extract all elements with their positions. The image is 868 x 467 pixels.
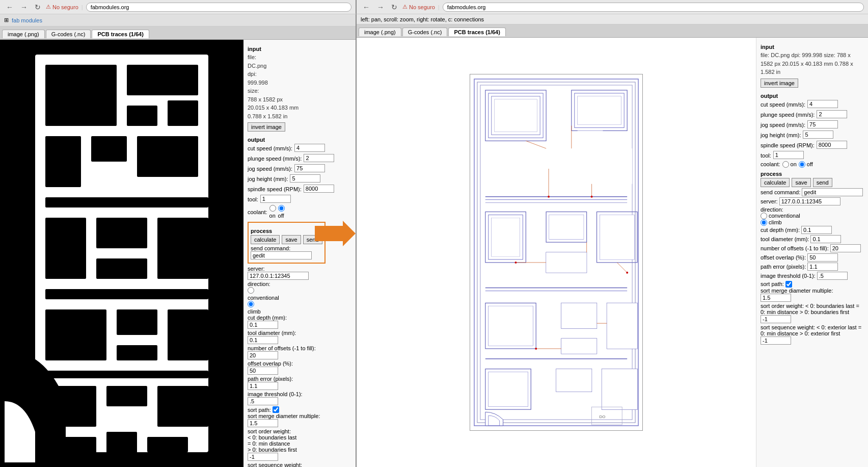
- right-save-button[interactable]: save: [792, 178, 810, 187]
- climb-radio[interactable]: [248, 301, 254, 307]
- reload-button-right[interactable]: ↻: [389, 2, 399, 12]
- right-image-threshold-input[interactable]: [817, 272, 848, 280]
- back-button-right[interactable]: ←: [361, 2, 372, 12]
- plunge-speed-row: plunge speed (mm/s):: [248, 154, 351, 163]
- right-sort-order-input[interactable]: [761, 315, 791, 323]
- tab-image-png-left[interactable]: image (.png): [2, 30, 45, 38]
- right-climb-radio[interactable]: [761, 219, 767, 226]
- right-offset-overlap-label: offset overlap (%):: [761, 254, 806, 261]
- right-plunge-speed-input[interactable]: [817, 110, 847, 118]
- right-send-command-input[interactable]: [802, 188, 863, 196]
- spindle-speed-label: spindle speed (RPM):: [248, 186, 302, 192]
- right-jog-height-row: jog height (mm):: [761, 131, 864, 140]
- right-coolant-off-radio[interactable]: [799, 161, 805, 168]
- reload-button[interactable]: ↻: [33, 2, 43, 12]
- forward-button[interactable]: →: [18, 2, 30, 12]
- right-path-error-input[interactable]: [807, 263, 838, 271]
- num-offsets-input[interactable]: [248, 351, 278, 359]
- tab-pcb-traces-left[interactable]: PCB traces (1/64): [92, 30, 149, 38]
- save-button[interactable]: save: [282, 235, 301, 244]
- right-send-button[interactable]: send: [813, 178, 832, 187]
- process-section-title: process: [251, 228, 322, 234]
- right-sort-order-lt: < 0: boundaries last: [805, 303, 854, 309]
- right-sort-merge-input[interactable]: [761, 294, 791, 302]
- tab-gcodes-right[interactable]: G-codes (.nc): [402, 28, 448, 36]
- right-conventional-radio[interactable]: [761, 213, 767, 219]
- sort-merge-input[interactable]: [248, 419, 278, 427]
- offset-overlap-input[interactable]: [248, 367, 278, 375]
- dpi-value: 999.998: [248, 79, 351, 87]
- sort-order-lt: < 0: boundaries last: [248, 434, 351, 440]
- tab-image-png-right[interactable]: image (.png): [359, 28, 401, 36]
- right-sort-path-checkbox[interactable]: [785, 281, 792, 288]
- fab-modules-link[interactable]: fab modules: [12, 17, 42, 23]
- svg-rect-4: [127, 106, 157, 126]
- coolant-off-label: off: [278, 205, 285, 219]
- sort-order-input[interactable]: [248, 453, 278, 461]
- tool-diameter-input[interactable]: [248, 336, 278, 344]
- cut-depth-label: cut depth (mm):: [248, 315, 351, 321]
- conventional-radio[interactable]: [248, 287, 254, 294]
- left-top-bar: ⊞ fab modules: [0, 14, 356, 27]
- right-invert-image-button[interactable]: invert image: [761, 79, 798, 88]
- right-path-error-label: path error (pixels):: [761, 264, 806, 270]
- tool-input[interactable]: [260, 195, 291, 203]
- path-error-input[interactable]: [248, 382, 278, 390]
- offset-overlap-row: offset overlap (%):: [248, 360, 351, 376]
- image-threshold-input[interactable]: [248, 397, 278, 405]
- right-jog-speed-input[interactable]: [807, 120, 838, 128]
- right-server-input[interactable]: [779, 197, 840, 205]
- spindle-speed-input[interactable]: [304, 185, 334, 193]
- left-controls-panel: input file: DC.png dpi: 999.998 size: 78…: [243, 40, 356, 467]
- svg-point-90: [626, 272, 628, 274]
- right-conventional-label: conventional: [761, 213, 864, 219]
- right-sort-path-row: sort path:: [761, 281, 864, 288]
- svg-rect-21: [106, 386, 147, 406]
- right-sort-seq-input[interactable]: [761, 336, 791, 345]
- right-cut-speed-input[interactable]: [807, 100, 838, 108]
- server-input[interactable]: [248, 272, 309, 280]
- right-server-label: server:: [761, 198, 778, 204]
- tab-gcodes-left[interactable]: G-codes (.nc): [46, 30, 91, 38]
- coolant-off-radio[interactable]: [278, 205, 285, 212]
- right-output-title: output: [761, 93, 864, 99]
- right-coolant-on-radio[interactable]: [782, 161, 789, 168]
- jog-height-input[interactable]: [290, 174, 320, 183]
- send-command-input[interactable]: [251, 251, 312, 260]
- right-cut-speed-row: cut speed (mm/s):: [761, 100, 864, 109]
- right-offset-overlap-input[interactable]: [807, 253, 838, 262]
- server-row: server:: [248, 266, 351, 281]
- back-button[interactable]: ←: [4, 2, 15, 12]
- right-sort-order-gt: > 0: boundaries first: [800, 309, 849, 315]
- pcb-visualization-area[interactable]: DO: [357, 38, 756, 467]
- tool-row: tool:: [248, 195, 351, 204]
- cut-depth-input[interactable]: [248, 321, 278, 329]
- right-spindle-speed-input[interactable]: [817, 141, 847, 149]
- right-jog-height-input[interactable]: [803, 131, 833, 139]
- calculate-button[interactable]: calculate: [251, 235, 280, 244]
- coolant-on-radio[interactable]: [269, 205, 276, 212]
- sort-path-checkbox[interactable]: [273, 406, 279, 413]
- right-size-mm: 20.015 x 40.183 mm: [782, 61, 833, 67]
- file-value: DC.png: [248, 62, 351, 70]
- right-calculate-button[interactable]: calculate: [761, 178, 790, 187]
- sort-seq-label: sort sequence weight:: [248, 462, 351, 467]
- svg-rect-25: [147, 437, 188, 452]
- url-bar[interactable]: [86, 3, 351, 12]
- conventional-text: conventional: [248, 295, 351, 301]
- cut-speed-input[interactable]: [294, 144, 325, 152]
- right-tool-diameter-input[interactable]: [810, 235, 841, 243]
- tab-pcb-traces-right[interactable]: PCB traces (1/64): [448, 28, 506, 36]
- svg-rect-19: [45, 371, 208, 378]
- forward-button-right[interactable]: →: [375, 2, 386, 12]
- svg-rect-10: [45, 218, 86, 279]
- svg-rect-14: [45, 289, 208, 299]
- jog-speed-input[interactable]: [294, 164, 325, 172]
- url-bar-right[interactable]: [443, 3, 864, 12]
- plunge-speed-input[interactable]: [304, 154, 334, 162]
- invert-image-button[interactable]: invert image: [248, 122, 285, 132]
- right-cut-depth-input[interactable]: [801, 226, 832, 234]
- right-tool-input[interactable]: [773, 151, 804, 159]
- path-error-row: path error (pixels):: [248, 376, 351, 391]
- right-num-offsets-input[interactable]: [830, 244, 861, 252]
